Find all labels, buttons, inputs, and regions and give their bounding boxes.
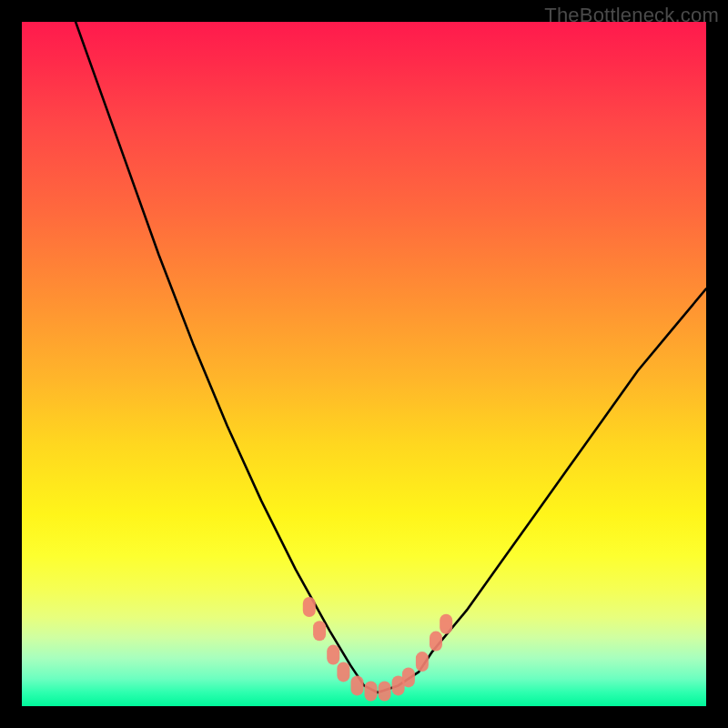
curve-marker	[313, 621, 326, 641]
curve-layer	[22, 22, 706, 706]
plot-area	[22, 22, 706, 706]
watermark-text: TheBottleneck.com	[544, 4, 719, 27]
curve-marker	[351, 675, 364, 695]
curve-marker	[303, 597, 316, 617]
curve-marker	[327, 645, 339, 665]
curve-marker	[402, 667, 415, 687]
bottleneck-curve	[22, 22, 706, 693]
chart-frame: TheBottleneck.com	[0, 0, 728, 728]
curve-marker	[430, 632, 442, 652]
curve-marker	[440, 614, 452, 634]
curve-marker	[379, 682, 391, 702]
curve-markers	[303, 597, 452, 702]
curve-marker	[365, 682, 378, 702]
curve-marker	[416, 652, 429, 672]
curve-line	[22, 22, 706, 693]
curve-marker	[337, 662, 349, 682]
